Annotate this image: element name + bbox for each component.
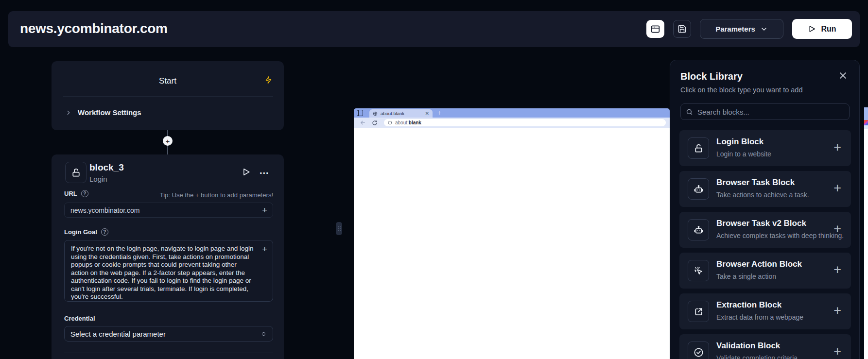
play-icon	[241, 167, 251, 177]
run-label: Run	[821, 25, 836, 34]
browser-view-button[interactable]	[646, 20, 664, 38]
secondary-browser-edge	[864, 107, 868, 121]
play-icon	[808, 25, 816, 33]
url-input[interactable]	[65, 203, 273, 217]
info-icon[interactable]	[388, 120, 392, 125]
block-library-subtitle: Click on the block type you want to add	[680, 86, 802, 94]
library-item-browser-task-block[interactable]: Browser Task Block Take actions to achie…	[679, 171, 851, 207]
chevron-right-icon	[65, 109, 72, 116]
browser-nav-bar: about:blank	[354, 118, 670, 128]
browser-page-content[interactable]	[354, 128, 670, 359]
search-input[interactable]	[697, 108, 844, 116]
add-block-button[interactable]: +	[833, 304, 841, 317]
plus-icon: +	[166, 137, 170, 145]
refresh-icon[interactable]	[372, 120, 378, 126]
parameters-tip-text: Tip: Use the + button to add parameters!	[160, 191, 273, 199]
close-icon[interactable]	[838, 71, 848, 80]
cursor-click-icon	[693, 265, 704, 276]
plus-icon: +	[833, 222, 841, 236]
plus-icon: +	[833, 344, 841, 359]
icon-box	[688, 260, 709, 281]
secondary-browser-navbar-edge	[864, 125, 868, 129]
icon-box	[688, 219, 709, 240]
save-button[interactable]	[673, 20, 691, 38]
lightning-bolt-icon	[264, 76, 273, 86]
browser-preview: about:blank ✕ + about:blank	[354, 108, 670, 359]
browser-tab-about-blank[interactable]: about:blank ✕	[369, 109, 433, 118]
window-layout-icon[interactable]	[357, 110, 363, 116]
add-block-button[interactable]: +	[833, 222, 841, 236]
login-goal-label: Login Goal ?	[64, 228, 108, 236]
workflow-settings-toggle[interactable]: Workflow Settings	[65, 108, 141, 117]
parameters-button[interactable]: Parameters	[700, 19, 783, 39]
credential-select[interactable]: Select a credential parameter	[64, 326, 273, 342]
panel-resize-handle[interactable]	[336, 222, 342, 235]
browser-window-icon	[650, 24, 660, 34]
library-item-browser-action-block[interactable]: Browser Action Block Take a single actio…	[679, 253, 851, 289]
block-type-label: Login	[89, 175, 107, 183]
back-icon[interactable]	[360, 120, 366, 126]
help-icon[interactable]: ?	[81, 190, 88, 197]
ellipsis-icon: ...	[260, 165, 269, 176]
login-block-card[interactable]: block_3 Login ... URL ? Tip: Use the + b…	[52, 154, 284, 359]
plus-icon: +	[262, 244, 267, 254]
block-section-divider	[64, 353, 273, 353]
panel-divider	[339, 0, 339, 359]
add-parameter-button[interactable]: +	[262, 244, 267, 254]
login-goal-wrap: If you're not on the login page, navigat…	[64, 240, 273, 302]
add-parameter-button[interactable]: +	[262, 205, 267, 215]
block-library-title: Block Library	[680, 71, 743, 82]
select-chevrons-icon	[260, 331, 267, 337]
parameters-label: Parameters	[715, 25, 755, 33]
run-block-button[interactable]	[241, 167, 251, 177]
plus-icon: +	[833, 303, 841, 318]
credential-label: Credential	[64, 315, 95, 322]
workflow-title: news.ycombinator.com	[20, 21, 168, 36]
new-tab-button[interactable]: +	[437, 109, 441, 117]
login-goal-textarea[interactable]: If you're not on the login page, navigat…	[65, 240, 273, 301]
library-item-browser-task-v2-block[interactable]: Browser Task v2 Block Achieve complex ta…	[679, 212, 851, 248]
workflow-settings-label: Workflow Settings	[78, 108, 141, 117]
secondary-browser-favicon	[864, 120, 868, 125]
add-block-button[interactable]: +	[833, 345, 841, 358]
library-item-extraction-block[interactable]: Extraction Block Extract data from a web…	[679, 293, 851, 329]
icon-box	[688, 137, 709, 159]
extract-icon	[693, 306, 704, 317]
add-block-connector-button[interactable]: +	[163, 136, 173, 146]
start-node-title: Start	[52, 76, 284, 86]
add-block-button[interactable]: +	[833, 141, 841, 154]
secondary-browser-page-edge	[864, 129, 868, 359]
tab-title: about:blank	[381, 111, 422, 116]
lock-icon	[693, 143, 704, 154]
address-bar[interactable]: about:blank	[384, 119, 666, 126]
block-library-panel: Block Library Click on the block type yo…	[670, 60, 860, 359]
header-bar: news.ycombinator.com Parameters Run	[8, 11, 860, 47]
globe-icon	[373, 111, 378, 116]
icon-box	[688, 342, 709, 359]
credential-select-value: Select a credential parameter	[70, 330, 166, 338]
start-card-divider	[63, 97, 273, 97]
plus-icon: +	[833, 181, 841, 195]
robot-icon	[693, 224, 704, 236]
drag-dots-icon	[338, 226, 341, 231]
url-input-wrap: +	[64, 203, 273, 218]
search-icon	[686, 108, 693, 116]
browser-tab-strip: about:blank ✕ +	[354, 108, 670, 118]
block-name: block_3	[89, 162, 124, 173]
check-circle-icon	[693, 347, 704, 358]
library-item-login-block[interactable]: Login Block Login to a website +	[679, 130, 851, 166]
chevron-down-icon	[760, 25, 768, 33]
search-box	[680, 103, 850, 120]
help-icon[interactable]: ?	[101, 228, 108, 236]
plus-icon: +	[833, 262, 841, 277]
run-button[interactable]: Run	[792, 19, 852, 39]
workflow-builder-app: news.ycombinator.com Parameters Run Star…	[0, 0, 868, 359]
add-block-button[interactable]: +	[833, 263, 841, 276]
block-menu-button[interactable]: ...	[260, 165, 269, 176]
plus-icon: +	[262, 205, 267, 215]
library-item-validation-block[interactable]: Validation Block Validate completion cri…	[679, 334, 851, 359]
start-node-card[interactable]: Start Workflow Settings	[52, 61, 284, 130]
address-text: about:blank	[395, 120, 421, 125]
add-block-button[interactable]: +	[833, 182, 841, 195]
tab-close-icon[interactable]: ✕	[425, 111, 429, 116]
